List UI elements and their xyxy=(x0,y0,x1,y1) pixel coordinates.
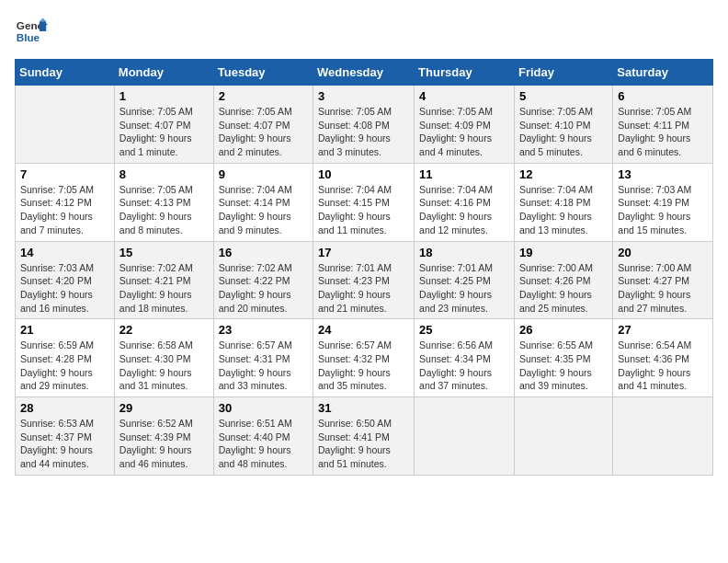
day-info: Sunrise: 6:58 AMSunset: 4:30 PMDaylight:… xyxy=(119,339,209,393)
day-info: Sunrise: 6:56 AMSunset: 4:34 PMDaylight:… xyxy=(419,339,509,393)
day-info: Sunrise: 7:04 AMSunset: 4:14 PMDaylight:… xyxy=(219,183,308,237)
calendar-cell: 21Sunrise: 6:59 AMSunset: 4:28 PMDayligh… xyxy=(16,319,115,397)
calendar-cell: 10Sunrise: 7:04 AMSunset: 4:15 PMDayligh… xyxy=(313,163,415,241)
day-number: 6 xyxy=(618,89,708,103)
calendar-cell xyxy=(514,397,612,476)
day-number: 2 xyxy=(219,89,308,103)
day-info: Sunrise: 7:04 AMSunset: 4:16 PMDaylight:… xyxy=(419,183,509,237)
day-info: Sunrise: 7:05 AMSunset: 4:07 PMDaylight:… xyxy=(219,105,308,159)
day-number: 8 xyxy=(119,167,209,181)
calendar-cell: 24Sunrise: 6:57 AMSunset: 4:32 PMDayligh… xyxy=(313,319,415,397)
calendar-cell: 14Sunrise: 7:03 AMSunset: 4:20 PMDayligh… xyxy=(16,241,115,319)
calendar-week-row: 28Sunrise: 6:53 AMSunset: 4:37 PMDayligh… xyxy=(16,397,713,476)
calendar-cell: 13Sunrise: 7:03 AMSunset: 4:19 PMDayligh… xyxy=(613,163,713,241)
column-header-monday: Monday xyxy=(114,60,213,86)
page-header: General Blue xyxy=(15,15,713,48)
calendar-week-row: 21Sunrise: 6:59 AMSunset: 4:28 PMDayligh… xyxy=(16,319,713,397)
day-number: 25 xyxy=(419,323,509,337)
calendar-cell: 19Sunrise: 7:00 AMSunset: 4:26 PMDayligh… xyxy=(514,241,612,319)
day-number: 23 xyxy=(219,323,308,337)
calendar-cell: 27Sunrise: 6:54 AMSunset: 4:36 PMDayligh… xyxy=(613,319,713,397)
column-header-sunday: Sunday xyxy=(16,60,115,86)
day-info: Sunrise: 7:05 AMSunset: 4:07 PMDaylight:… xyxy=(119,105,209,159)
day-number: 21 xyxy=(20,323,109,337)
calendar-cell: 16Sunrise: 7:02 AMSunset: 4:22 PMDayligh… xyxy=(213,241,313,319)
calendar-cell: 26Sunrise: 6:55 AMSunset: 4:35 PMDayligh… xyxy=(514,319,612,397)
day-number: 11 xyxy=(419,167,509,181)
day-info: Sunrise: 6:50 AMSunset: 4:41 PMDaylight:… xyxy=(318,417,409,471)
column-header-friday: Friday xyxy=(514,60,612,86)
calendar-cell: 30Sunrise: 6:51 AMSunset: 4:40 PMDayligh… xyxy=(213,397,313,476)
day-info: Sunrise: 7:05 AMSunset: 4:09 PMDaylight:… xyxy=(419,105,509,159)
day-info: Sunrise: 7:01 AMSunset: 4:23 PMDaylight:… xyxy=(318,261,409,316)
calendar-cell: 17Sunrise: 7:01 AMSunset: 4:23 PMDayligh… xyxy=(313,241,415,319)
day-info: Sunrise: 6:51 AMSunset: 4:40 PMDaylight:… xyxy=(219,417,308,471)
day-info: Sunrise: 7:04 AMSunset: 4:18 PMDaylight:… xyxy=(519,183,608,237)
day-info: Sunrise: 6:59 AMSunset: 4:28 PMDaylight:… xyxy=(20,339,109,393)
day-number: 7 xyxy=(20,167,109,181)
calendar-cell: 9Sunrise: 7:04 AMSunset: 4:14 PMDaylight… xyxy=(213,163,313,241)
column-header-tuesday: Tuesday xyxy=(213,60,313,86)
day-number: 18 xyxy=(419,246,509,259)
day-info: Sunrise: 6:55 AMSunset: 4:35 PMDaylight:… xyxy=(519,339,608,393)
calendar-header-row: SundayMondayTuesdayWednesdayThursdayFrid… xyxy=(16,60,713,86)
column-header-wednesday: Wednesday xyxy=(313,60,415,86)
svg-marker-2 xyxy=(40,21,46,31)
calendar-cell: 20Sunrise: 7:00 AMSunset: 4:27 PMDayligh… xyxy=(613,241,713,319)
calendar-cell: 11Sunrise: 7:04 AMSunset: 4:16 PMDayligh… xyxy=(415,163,515,241)
day-info: Sunrise: 6:57 AMSunset: 4:32 PMDaylight:… xyxy=(318,339,409,393)
calendar-cell: 31Sunrise: 6:50 AMSunset: 4:41 PMDayligh… xyxy=(313,397,415,476)
day-number: 13 xyxy=(618,167,708,181)
day-info: Sunrise: 7:00 AMSunset: 4:27 PMDaylight:… xyxy=(618,261,708,316)
calendar-cell: 1Sunrise: 7:05 AMSunset: 4:07 PMDaylight… xyxy=(114,86,213,164)
day-number: 26 xyxy=(519,323,608,337)
day-number: 3 xyxy=(318,89,409,103)
day-number: 19 xyxy=(519,246,608,259)
day-number: 4 xyxy=(419,89,509,103)
day-info: Sunrise: 7:03 AMSunset: 4:19 PMDaylight:… xyxy=(618,183,708,237)
day-info: Sunrise: 7:05 AMSunset: 4:08 PMDaylight:… xyxy=(318,105,409,159)
calendar-cell: 23Sunrise: 6:57 AMSunset: 4:31 PMDayligh… xyxy=(213,319,313,397)
column-header-saturday: Saturday xyxy=(613,60,713,86)
day-number: 31 xyxy=(318,401,409,415)
calendar-week-row: 14Sunrise: 7:03 AMSunset: 4:20 PMDayligh… xyxy=(16,241,713,319)
day-number: 20 xyxy=(618,246,708,259)
day-number: 28 xyxy=(20,401,109,415)
day-number: 10 xyxy=(318,167,409,181)
day-info: Sunrise: 6:54 AMSunset: 4:36 PMDaylight:… xyxy=(618,339,708,393)
calendar-cell: 6Sunrise: 7:05 AMSunset: 4:11 PMDaylight… xyxy=(613,86,713,164)
day-info: Sunrise: 7:00 AMSunset: 4:26 PMDaylight:… xyxy=(519,261,608,316)
day-info: Sunrise: 6:57 AMSunset: 4:31 PMDaylight:… xyxy=(219,339,308,393)
calendar-cell xyxy=(613,397,713,476)
day-number: 27 xyxy=(618,323,708,337)
svg-text:Blue: Blue xyxy=(17,31,40,43)
calendar-week-row: 7Sunrise: 7:05 AMSunset: 4:12 PMDaylight… xyxy=(16,163,713,241)
calendar-cell: 3Sunrise: 7:05 AMSunset: 4:08 PMDaylight… xyxy=(313,86,415,164)
calendar-cell xyxy=(415,397,515,476)
day-number: 22 xyxy=(119,323,209,337)
calendar-cell: 15Sunrise: 7:02 AMSunset: 4:21 PMDayligh… xyxy=(114,241,213,319)
day-number: 1 xyxy=(119,89,209,103)
day-number: 5 xyxy=(519,89,608,103)
day-number: 15 xyxy=(119,246,209,259)
logo-icon: General Blue xyxy=(15,15,48,48)
day-info: Sunrise: 7:05 AMSunset: 4:13 PMDaylight:… xyxy=(119,183,209,237)
calendar-week-row: 1Sunrise: 7:05 AMSunset: 4:07 PMDaylight… xyxy=(16,86,713,164)
day-number: 29 xyxy=(119,401,209,415)
calendar-cell: 2Sunrise: 7:05 AMSunset: 4:07 PMDaylight… xyxy=(213,86,313,164)
day-info: Sunrise: 7:05 AMSunset: 4:11 PMDaylight:… xyxy=(618,105,708,159)
day-info: Sunrise: 6:53 AMSunset: 4:37 PMDaylight:… xyxy=(20,417,109,471)
day-number: 30 xyxy=(219,401,308,415)
calendar-cell: 4Sunrise: 7:05 AMSunset: 4:09 PMDaylight… xyxy=(415,86,515,164)
column-header-thursday: Thursday xyxy=(415,60,515,86)
day-info: Sunrise: 7:05 AMSunset: 4:12 PMDaylight:… xyxy=(20,183,109,237)
day-number: 14 xyxy=(20,246,109,259)
calendar-cell: 22Sunrise: 6:58 AMSunset: 4:30 PMDayligh… xyxy=(114,319,213,397)
day-number: 16 xyxy=(219,246,308,259)
calendar-cell: 29Sunrise: 6:52 AMSunset: 4:39 PMDayligh… xyxy=(114,397,213,476)
day-info: Sunrise: 7:02 AMSunset: 4:22 PMDaylight:… xyxy=(219,261,308,316)
day-info: Sunrise: 7:02 AMSunset: 4:21 PMDaylight:… xyxy=(119,261,209,316)
day-number: 12 xyxy=(519,167,608,181)
day-info: Sunrise: 7:05 AMSunset: 4:10 PMDaylight:… xyxy=(519,105,608,159)
calendar-cell: 28Sunrise: 6:53 AMSunset: 4:37 PMDayligh… xyxy=(16,397,115,476)
